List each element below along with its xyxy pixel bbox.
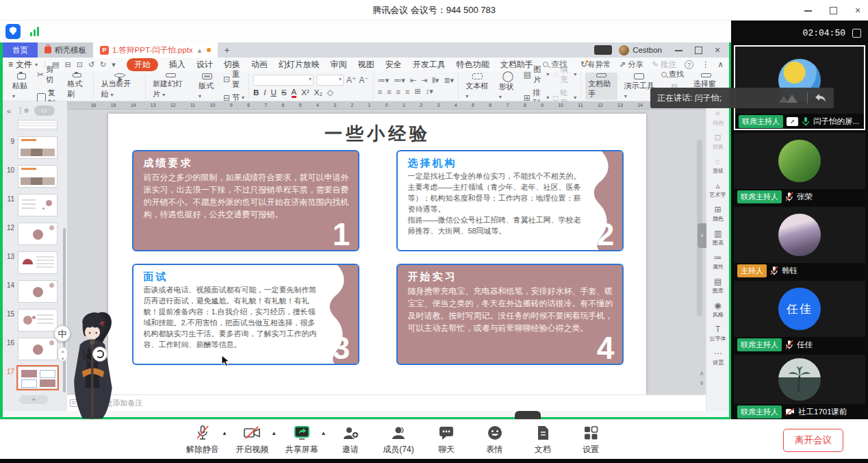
slide-thumb-17-selected[interactable] [18, 366, 58, 389]
slide-canvas[interactable]: 一些小经验 成绩要求 前百分之多少的限制，如果成绩符合要求，就可以申请外派实习，… [108, 114, 646, 395]
panel-item-charts[interactable]: ▥图表 [706, 228, 729, 249]
indent-icon[interactable]: ⇥ [421, 76, 427, 85]
clear-format-icon[interactable]: ◇ [327, 88, 333, 97]
collapse-ribbon-icon[interactable]: ∧ [718, 60, 724, 69]
ribbon-tab-slideshow[interactable]: 幻灯片放映 [279, 59, 320, 71]
shapes-button[interactable]: ◯形状 ▾ [496, 73, 520, 100]
panel-item-settings[interactable]: ⋯设置 [706, 348, 729, 368]
bold-button[interactable]: B [253, 88, 259, 97]
bullets-icon[interactable]: ≔▾ [378, 76, 390, 85]
slide-box-4[interactable]: 开始实习 随身携带充电宝、充电器和纸笔，安排好水杯、手套、暖宝宝、便当之类的，冬… [396, 264, 624, 365]
video-options-caret[interactable]: ▲ [271, 430, 277, 436]
slide-thumb-12[interactable] [18, 223, 58, 245]
outline-view-icon[interactable]: ⋮≡ [16, 106, 28, 115]
mic-options-caret[interactable]: ▲ [222, 430, 227, 436]
add-slide-button[interactable]: + [19, 395, 48, 404]
strikethrough-button[interactable]: S [281, 88, 287, 97]
play-from-current-button[interactable]: 从当前开始 ▾ [98, 73, 141, 100]
slide-thumb-13[interactable] [18, 251, 58, 274]
fullscreen-icon[interactable] [852, 29, 861, 38]
slide-thumb-14[interactable] [18, 280, 58, 303]
slide-view-icon[interactable]: ▭ [34, 105, 55, 116]
settings-button[interactable]: 设置 [575, 424, 607, 455]
ribbon-tab-view[interactable]: 视图 [358, 59, 374, 71]
panel-item-colors[interactable]: ⊞颜色 [706, 204, 729, 225]
sync-status-button[interactable]: ↻有异常● [580, 60, 611, 70]
preview-icon[interactable]: ⊡ [77, 60, 83, 69]
slide-thumb-8[interactable] [18, 120, 58, 130]
share-options-caret[interactable]: ▲ [321, 430, 327, 436]
underline-button[interactable]: U [271, 88, 277, 97]
wps-close-button[interactable]: × [713, 45, 722, 55]
reset-button[interactable]: ⊡重置 [223, 69, 244, 90]
wps-minimize-button[interactable] [674, 45, 684, 55]
meeting-bar-collapse-handle[interactable] [515, 411, 541, 419]
justify-icon[interactable]: ≡ [405, 88, 409, 96]
slide-thumb-16[interactable] [18, 338, 58, 360]
panel-expand-handle[interactable]: › [698, 223, 706, 248]
reply-arrow-icon[interactable] [813, 92, 827, 103]
slide-box-3[interactable]: 面试 面谈或者电话、视频面试都有可能，一定要先制作简历再进行面试，避免尴尬。有礼… [132, 264, 359, 365]
tab-home[interactable]: 首页 [3, 42, 38, 58]
participant-tile[interactable]: 联席主持人 张荣 [734, 133, 865, 204]
paste-button[interactable]: 粘贴 ▾ [10, 73, 33, 100]
new-tab-button[interactable]: + [218, 42, 237, 58]
italic-button[interactable]: I [264, 88, 266, 97]
para-spacing-icon[interactable]: ↕▾ [426, 87, 433, 96]
ime-mode-badge[interactable]: 中 [54, 325, 71, 342]
more-icon[interactable]: ▾ [112, 60, 116, 69]
wps-maximize-button[interactable] [693, 45, 703, 55]
comment-button[interactable]: ✎ 批注 [652, 60, 676, 70]
slide-thumb-15[interactable] [18, 309, 58, 331]
unmute-button[interactable]: 解除静音 ▲ [186, 424, 219, 455]
slide-thumb-11[interactable] [18, 194, 58, 216]
subscript-button[interactable]: X₂ [314, 88, 322, 97]
layout-button[interactable]: 版式 ▾ [196, 73, 219, 100]
start-video-button[interactable]: 开启视频 ▲ [235, 424, 268, 455]
text-direction-icon[interactable]: ⫴▾ [432, 76, 439, 85]
panel-item-properties[interactable]: ≔属性 [706, 252, 729, 273]
font-name-select[interactable] [253, 75, 314, 86]
chat-button[interactable]: 聊天 [431, 424, 462, 455]
more-menu-icon[interactable]: ⋮ [702, 60, 710, 69]
ribbon-tab-transition[interactable]: 切换 [224, 59, 240, 71]
collapse-panel-icon[interactable]: « [7, 107, 11, 115]
ribbon-tab-developer[interactable]: 开发工具 [413, 59, 446, 71]
notes-bar[interactable]: 单击此处添加备注 [67, 395, 706, 411]
panel-item-cloudfont[interactable]: T云字体 [706, 324, 729, 345]
panel-item-wordart[interactable]: ▵艺术字 [706, 180, 729, 201]
participant-tile[interactable]: 任佳 联席主持人 任佳 [734, 281, 865, 352]
minimize-button[interactable] [804, 5, 813, 15]
align-center-icon[interactable]: ≡ [387, 88, 391, 96]
cut-button[interactable]: ✂剪切 [37, 64, 60, 85]
panel-item-shapes[interactable]: ◌形状 [706, 156, 729, 177]
close-button[interactable]: × [853, 5, 863, 15]
text-box-button[interactable]: 文本框 ▾ [463, 73, 492, 100]
panel-item-style[interactable]: ◉风格 [706, 300, 729, 321]
ribbon-tab-insert[interactable]: 插入 [169, 59, 186, 71]
slide-canvas-area[interactable]: 一些小经验 成绩要求 前百分之多少的限制，如果成绩符合要求，就可以申请外派实习，… [67, 110, 706, 395]
undo-icon[interactable]: ↺ [88, 60, 94, 69]
ribbon-tab-design[interactable]: 设计 [196, 59, 213, 71]
slide-thumb-10[interactable] [18, 165, 58, 188]
participant-tile[interactable]: 联席主持人 社工1701课前 [734, 355, 865, 419]
ribbon-tab-animation[interactable]: 动画 [251, 59, 268, 71]
leave-meeting-button[interactable]: 离开会议 [783, 429, 843, 452]
next-slide-arrow[interactable]: ∨ [700, 379, 704, 386]
docs-button[interactable]: 文档 [527, 424, 559, 455]
line-spacing-icon[interactable]: ≣▾ [444, 76, 454, 85]
slide-box-1[interactable]: 成绩要求 前百分之多少的限制，如果成绩符合要求，就可以申请外派实习，出去浪一下辣… [132, 150, 359, 251]
help-icon[interactable]: ? [685, 60, 693, 69]
members-button[interactable]: 成员(74) [383, 424, 414, 455]
font-size-select[interactable] [316, 75, 344, 86]
file-menu[interactable]: ≡ 文件 ▾ [8, 59, 38, 71]
doc-assistant-button[interactable]: 文档助手 [585, 73, 617, 100]
decrease-font-icon[interactable]: A⁻ [359, 76, 368, 84]
ribbon-tab-security[interactable]: 安全 [385, 59, 402, 71]
print-icon[interactable]: ⊟ [64, 60, 71, 69]
increase-font-icon[interactable]: A⁺ [346, 76, 356, 84]
tab-docer[interactable]: 稻壳模板 [38, 42, 93, 58]
panel-item-transition[interactable]: ⊡切换 [706, 132, 729, 153]
account-area[interactable]: Cestbon [619, 42, 662, 58]
share-screen-button[interactable]: 共享屏幕 ▲ [285, 424, 318, 455]
